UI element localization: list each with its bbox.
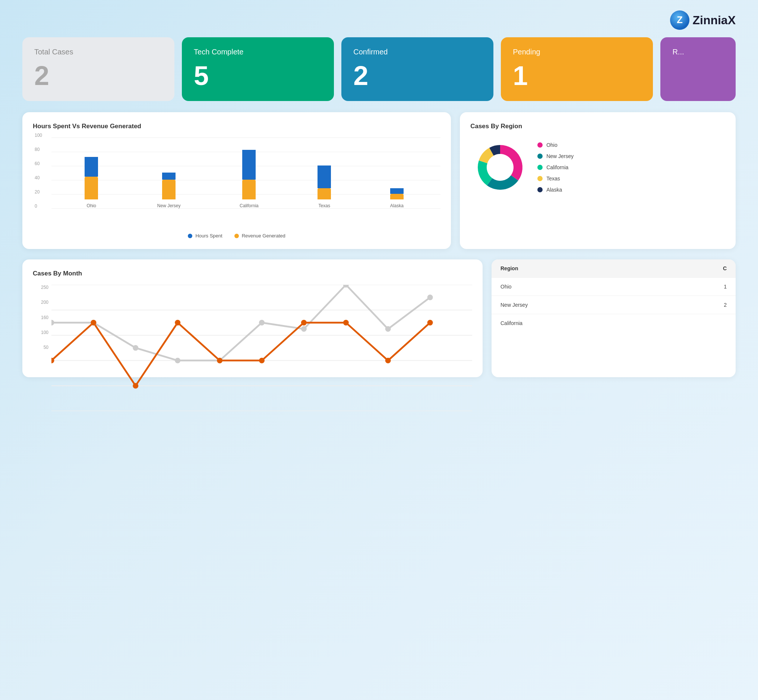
line-y-label-160: 160 [33, 315, 48, 320]
donut-legend-dot [537, 187, 543, 192]
bar-label: New Jersey [157, 203, 181, 208]
bottom-row: Cases By Month 250 200 160 100 50 [22, 259, 736, 377]
table-row: New Jersey 2 [491, 296, 736, 314]
svg-point-21 [175, 320, 180, 325]
bar-group: New Jersey [157, 173, 181, 208]
svg-point-11 [175, 358, 180, 363]
table-col-count-header: C [614, 266, 727, 271]
bar-label: Texas [319, 203, 330, 208]
stat-card-confirmed[interactable]: Confirmed 2 [342, 37, 493, 101]
svg-point-27 [427, 320, 433, 325]
bar-group: Texas [318, 166, 331, 208]
table-row: California [491, 314, 736, 332]
charts-row: Hours Spent Vs Revenue Generated 100 80 … [22, 112, 736, 249]
svg-point-16 [385, 326, 391, 332]
bar-revenue [242, 180, 256, 199]
line-chart-svg [51, 285, 472, 411]
stat-pending-label: Pending [513, 48, 641, 56]
line-chart-card: Cases By Month 250 200 160 100 50 [22, 259, 483, 377]
table-row-count-1: 2 [614, 302, 727, 308]
svg-point-25 [343, 320, 349, 325]
donut-legend-item: New Jersey [537, 153, 574, 159]
donut-svg [470, 138, 530, 197]
bar-label: Alaska [390, 203, 404, 208]
svg-point-23 [259, 358, 265, 363]
stat-card-total[interactable]: Total Cases 2 [22, 37, 175, 101]
main-content: Total Cases 2 Tech Complete 5 Confirmed … [0, 37, 758, 392]
stat-tech-value: 5 [194, 62, 322, 89]
donut-segment [487, 175, 518, 190]
table-card: Region C Ohio 1 New Jersey 2 California [491, 259, 736, 377]
legend-revenue: Revenue Generated [234, 233, 285, 239]
donut-legend-dot [537, 176, 543, 181]
bar-label: California [240, 203, 259, 208]
legend-hours-dot [188, 234, 192, 238]
bar-revenue [390, 194, 404, 199]
stat-confirmed-value: 2 [353, 62, 482, 89]
header: Z ZinniaX [0, 0, 758, 37]
legend-revenue-label: Revenue Generated [242, 233, 285, 239]
bar-revenue [162, 180, 176, 199]
svg-text:Z: Z [677, 14, 683, 25]
legend-hours: Hours Spent [188, 233, 222, 239]
stat-card-resolved[interactable]: R... [660, 37, 736, 101]
stats-row: Total Cases 2 Tech Complete 5 Confirmed … [22, 37, 736, 101]
svg-point-19 [90, 320, 96, 325]
donut-area: OhioNew JerseyCaliforniaTexasAlaska [470, 138, 725, 197]
table-row-region-1: New Jersey [501, 302, 614, 308]
line-chart-area: 250 200 160 100 50 [33, 285, 472, 367]
svg-point-8 [51, 320, 55, 325]
bar-chart-area: 100 80 60 40 20 0 OhioNew JerseyCaliforn… [33, 138, 440, 227]
logo: Z ZinniaX [670, 11, 736, 30]
table-row-region-0: Ohio [501, 284, 614, 290]
stat-confirmed-label: Confirmed [353, 48, 482, 56]
bar-revenue [318, 188, 331, 199]
bar-label: Ohio [87, 203, 96, 208]
donut-legend-item: Texas [537, 175, 574, 181]
bar-hours [84, 157, 98, 177]
table-header-row: Region C [491, 259, 736, 278]
donut-legend-label: Ohio [546, 142, 557, 148]
stat-total-value: 2 [34, 62, 162, 89]
logo-text: ZinniaX [692, 13, 736, 27]
stat-total-label: Total Cases [34, 48, 162, 56]
stat-card-tech[interactable]: Tech Complete 5 [182, 37, 334, 101]
table-row: Ohio 1 [491, 278, 736, 296]
table-row-count-2 [614, 320, 727, 326]
bars-container: OhioNew JerseyCaliforniaTexasAlaska [51, 138, 437, 208]
stat-card-pending[interactable]: Pending 1 [501, 37, 653, 101]
line-y-label-50: 50 [33, 345, 48, 350]
bar-group: California [240, 150, 259, 208]
donut-legend: OhioNew JerseyCaliforniaTexasAlaska [537, 142, 574, 193]
legend-revenue-dot [234, 234, 239, 238]
table-col-region-header: Region [501, 266, 614, 271]
svg-point-10 [133, 345, 138, 351]
bar-hours [242, 150, 256, 180]
legend-hours-label: Hours Spent [195, 233, 222, 239]
donut-chart-card: Cases By Region OhioNew JerseyCalifornia… [460, 112, 736, 249]
bar-group: Alaska [390, 188, 404, 208]
stat-resolved-label: R... [672, 48, 724, 56]
stat-pending-value: 1 [513, 62, 641, 89]
table-row-count-0: 1 [614, 284, 727, 290]
stat-tech-label: Tech Complete [194, 48, 322, 56]
bar-group: Ohio [84, 157, 98, 208]
donut-legend-label: Alaska [546, 187, 562, 193]
line-chart-title: Cases By Month [33, 270, 472, 277]
svg-point-20 [133, 383, 138, 388]
line-y-label-250: 250 [33, 285, 48, 290]
svg-point-24 [301, 320, 307, 325]
bar-chart-legend: Hours Spent Revenue Generated [33, 233, 440, 239]
svg-point-14 [301, 326, 307, 332]
donut-legend-item: California [537, 164, 574, 170]
bar-hours [390, 188, 404, 194]
line-y-labels: 250 200 160 100 50 [33, 285, 48, 352]
donut-legend-label: New Jersey [546, 153, 574, 159]
svg-point-17 [427, 294, 433, 300]
svg-point-26 [385, 358, 391, 363]
donut-legend-label: Texas [546, 175, 560, 181]
bar-hours [162, 173, 176, 180]
donut-legend-dot [537, 165, 543, 170]
bar-chart-title: Hours Spent Vs Revenue Generated [33, 123, 440, 130]
svg-point-22 [217, 358, 223, 363]
